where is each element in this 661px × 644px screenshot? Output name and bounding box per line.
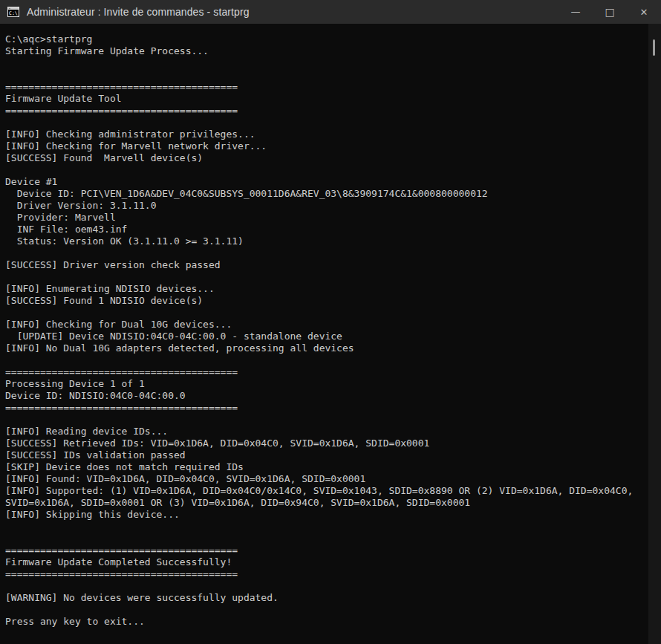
minimize-button[interactable]: — <box>559 0 593 24</box>
close-icon: ✕ <box>640 7 648 18</box>
minimize-icon: — <box>571 6 581 17</box>
cmd-window: C:\_ Administrateur : Invite de commande… <box>0 0 661 644</box>
terminal-screen[interactable]: C:\aqc>startprg Starting Firmware Update… <box>0 24 661 644</box>
window-title: Administrateur : Invite de commandes - s… <box>27 6 250 18</box>
terminal-output[interactable]: C:\aqc>startprg Starting Firmware Update… <box>0 24 648 644</box>
close-button[interactable]: ✕ <box>627 0 661 24</box>
cmd-icon[interactable]: C:\_ <box>7 6 19 18</box>
maximize-icon: □ <box>605 6 614 18</box>
svg-text:C:\_: C:\_ <box>9 10 19 16</box>
scrollbar-track[interactable] <box>648 24 661 644</box>
titlebar-left: C:\_ Administrateur : Invite de commande… <box>0 6 250 18</box>
scrollbar-thumb[interactable] <box>653 39 655 56</box>
maximize-button[interactable]: □ <box>593 0 627 24</box>
window-controls: — □ ✕ <box>559 0 661 24</box>
titlebar[interactable]: C:\_ Administrateur : Invite de commande… <box>0 0 661 24</box>
